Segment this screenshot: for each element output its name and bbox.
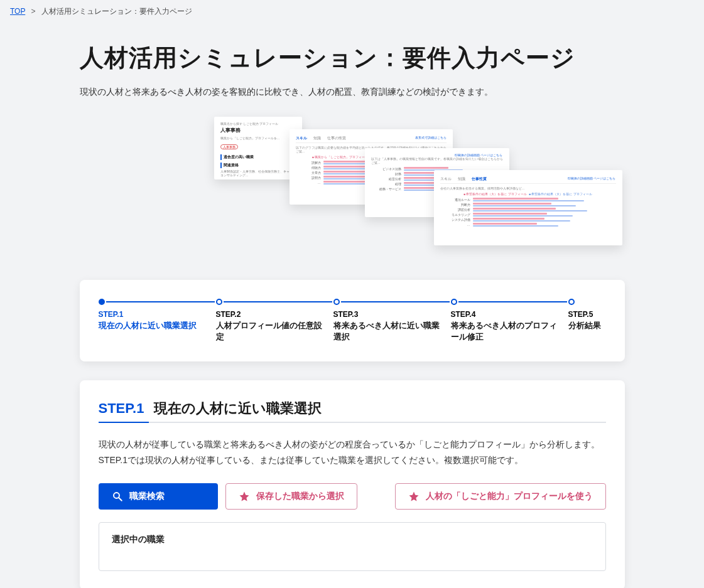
step-1[interactable]: STEP.1 現在の人材に近い職業選択 (99, 299, 216, 343)
step-dot-icon (333, 299, 340, 305)
breadcrumb-top-link[interactable]: TOP (10, 7, 25, 16)
search-occupation-button[interactable]: 職業検索 (99, 483, 218, 510)
step-dot-icon (451, 299, 457, 305)
hero-card4-legend-red: ■ 希望条件の結果（大）を基に プロフィール (463, 193, 526, 196)
hero-card1-tiny: 職業名から探す しごと能力 プロフィール (220, 122, 296, 126)
hero-card1-footer: 人事関係認定・人事労務、社会保険労務士、キャリアコンサルティング… (220, 169, 296, 177)
star-icon (408, 491, 420, 502)
hero-card2-legend-red: ■ 職業から「しごと能力」プロフィール (312, 156, 368, 159)
hc4-row0: 遵法ルール (440, 198, 470, 201)
step-3-label: STEP.3 (333, 310, 451, 319)
hero-card-1: 職業名から探す しごと能力 プロフィール 人事事務 職業から「しごと能力」プロフ… (214, 117, 302, 179)
hero-card4-legend: ■ 希望条件の結果（大）を基に プロフィール ■ 希望条件の結果（大）を基に プ… (440, 193, 616, 196)
step1-section-card: STEP.1 現在の人材に近い職業選択 現状の人材が従事している職業と将来あるべ… (80, 380, 625, 588)
stepper: STEP.1 現在の人材に近い職業選択 STEP.2 人材プロフィール値の任意設… (99, 299, 606, 343)
hero-card1-badge: 人事事務 (220, 144, 238, 149)
selected-occupations-title: 選択中の職業 (112, 534, 593, 545)
step-3-caption: 将来あるべき人材に近い職業選択 (333, 320, 451, 343)
hc3-row2: 経営分析 (371, 177, 401, 181)
search-occupation-label: 職業検索 (129, 491, 165, 502)
section-description: 現状の人材が従事している職業と将来あるべき人材の姿がどの程度合っているか「しごと… (99, 437, 606, 468)
hero-card2-tab3: 仕事の性質 (327, 136, 346, 141)
button-row: 職業検索 保存した職業から選択 人材の「しごと能力」プロフィールを使う (99, 483, 606, 510)
hc2-row4: … (296, 181, 321, 184)
step-1-label: STEP.1 (99, 310, 216, 319)
hero-card-4: スキル 知識 仕事性質 印刷体の詳細画面 ページはこちら 会社の人事業務を担当す… (434, 170, 622, 245)
star-icon (239, 491, 250, 502)
use-profile-button[interactable]: 人材の「しごと能力」プロフィールを使う (395, 483, 606, 510)
hc3-row3: 経理 (371, 182, 401, 186)
hero-card4-desc: 会社の人事業務を担当する職業。採用活動や人事評価など… (440, 186, 616, 190)
section-title: 現在の人材に近い職業選択 (154, 399, 322, 418)
hero-card4-tab3: 仕事性質 (472, 176, 487, 182)
hc2-row1: 傾聴力 (296, 166, 321, 169)
step-2[interactable]: STEP.2 人材プロフィール値の任意設定 (216, 299, 333, 343)
step-5-label: STEP.5 (568, 310, 606, 319)
hero-card4-link: 印刷体の詳細画面 ページはこちら (568, 176, 615, 180)
saved-occupation-label: 保存した職業から選択 (256, 491, 344, 502)
page-title: 人材活用シミュレーション：要件入力ページ (80, 42, 625, 74)
hero-card3-desc: 以下は「人事事務」の職業情報と類似の職業です。各職業の詳細を知りたい場合はこちら… (371, 157, 503, 164)
hero-card2-tab2: 知識 (313, 136, 321, 141)
step-4-caption: 将来あるべき人材のプロフィール修正 (451, 320, 568, 343)
hc3-row4: 総務・サービス (371, 187, 401, 191)
step-5-caption: 分析結果 (568, 320, 606, 331)
hc2-row3: 説明力 (296, 176, 321, 179)
hero-card4-tab2: 知識 (458, 176, 465, 182)
step-1-caption: 現在の人材に近い職業選択 (99, 320, 216, 331)
hero-card1-sub: 職業から「しごと能力」プロフィールを… (220, 136, 296, 140)
step-4-label: STEP.4 (451, 310, 568, 319)
section-rule (99, 422, 606, 423)
hero-card4-tab1: スキル (440, 176, 452, 182)
hc4-row1: 判断力 (440, 203, 470, 206)
page-subtitle: 現状の人材と将来あるべき人材の姿を客観的に比較でき、人材の配置、教育訓練などの検… (80, 87, 625, 98)
step-dot-icon (568, 299, 575, 305)
step-dot-icon (216, 299, 222, 305)
search-icon (112, 491, 123, 502)
selected-occupations-box: 選択中の職業 (99, 522, 606, 571)
breadcrumb-current: 人材活用シミュレーション：要件入力ページ (41, 7, 192, 16)
hero-card2-tab1: スキル (296, 136, 307, 141)
hc3-row1: 財務 (371, 172, 401, 176)
breadcrumb-separator: > (31, 7, 36, 16)
saved-occupation-button[interactable]: 保存した職業から選択 (225, 483, 357, 510)
breadcrumb: TOP > 人材活用シミュレーション：要件入力ページ (0, 0, 704, 23)
hc2-row2: 文章力 (296, 171, 321, 174)
hero-card1-section1: 適合度の高い職業 (220, 154, 296, 160)
hero-card1-title: 人事事務 (220, 127, 296, 134)
stepper-card: STEP.1 現在の人材に近い職業選択 STEP.2 人材プロフィール値の任意設… (80, 280, 625, 361)
hc4-row4: システム評価 (440, 218, 470, 222)
use-profile-label: 人材の「しごと能力」プロフィールを使う (426, 491, 593, 502)
hero-card4-legend-blue: ■ 希望条件の結果（大）を基に プロフィール (529, 193, 592, 196)
hero-card1-section2: 関連資格 (220, 163, 296, 168)
step-2-caption: 人材プロフィール値の任意設定 (216, 320, 333, 343)
step-3[interactable]: STEP.3 将来あるべき人材に近い職業選択 (333, 299, 451, 343)
hc4-row5: … (440, 223, 470, 227)
hc2-row0: 読解力 (296, 161, 321, 164)
hc4-row3: モニタリング (440, 213, 470, 216)
step-5[interactable]: STEP.5 分析結果 (568, 299, 606, 343)
section-step-label: STEP.1 (99, 400, 144, 417)
hero-stack: 職業名から探す しごと能力 プロフィール 人事事務 職業から「しごと能力」プロフ… (133, 117, 572, 255)
hc3-row0: ビジネス法務 (371, 167, 401, 171)
svg-line-1 (119, 498, 122, 501)
hc4-row2: 課題分析 (440, 208, 470, 211)
step-dot-icon (99, 299, 105, 305)
hero-card2-link: 表形式で詳細はこちら (415, 136, 447, 139)
step-4[interactable]: STEP.4 将来あるべき人材のプロフィール修正 (451, 299, 568, 343)
step-2-label: STEP.2 (216, 310, 333, 319)
